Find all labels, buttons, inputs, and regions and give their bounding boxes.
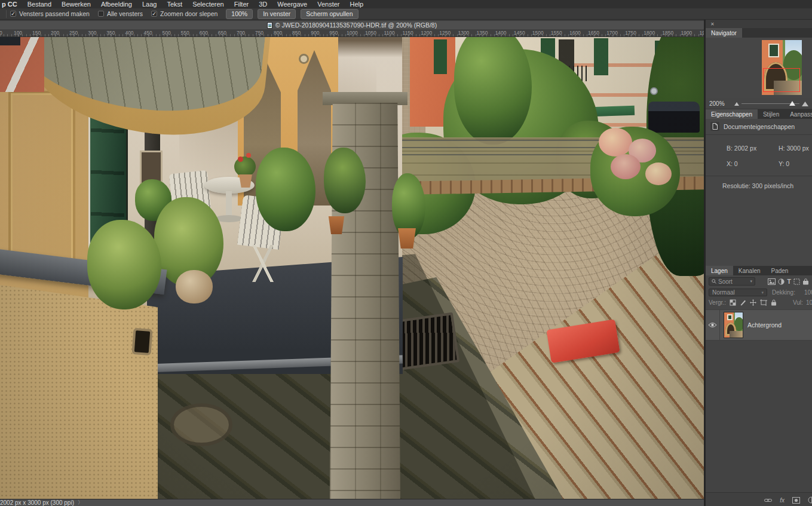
lock-transparency-icon[interactable] [730, 299, 736, 306]
layer-style-fx-icon[interactable]: fx [780, 497, 785, 504]
fill-value[interactable]: 100% [806, 299, 812, 306]
document-status-bar: 2002 px x 3000 px (300 ppi) 〉 [0, 499, 704, 506]
ruler-label-500: 500 [163, 30, 171, 36]
menu-item-tekst[interactable]: Tekst [167, 1, 182, 8]
option-checkbox-zoomen-door-slepen[interactable]: ✓Zoomen door slepen [151, 10, 217, 17]
document-title: © JWED-201809041135357090-HDR.tif @ 200%… [275, 22, 437, 29]
zoom-in-mountain-icon[interactable] [802, 101, 808, 106]
lock-artboard-icon[interactable] [760, 299, 767, 306]
blend-mode-value: Normaal [712, 289, 761, 296]
ruler-label-1950: 1950 [700, 30, 704, 36]
filter-adjustment-layers-icon[interactable] [778, 278, 785, 285]
panel-group-header: ✕ [706, 20, 812, 28]
navigator-tab-row: Navigator [706, 28, 812, 38]
opacity-value[interactable]: 100% [804, 289, 812, 296]
tab-stijlen[interactable]: Stijlen [758, 109, 785, 119]
layer-thumbnail[interactable] [724, 312, 743, 338]
ruler-label-1400: 1400 [495, 30, 507, 36]
lock-paint-brush-icon[interactable] [740, 299, 746, 306]
zoom-out-mountain-icon[interactable] [734, 102, 739, 106]
layer-name[interactable]: Achtergrond [747, 321, 782, 329]
ruler-label-1250: 1250 [439, 30, 451, 36]
ruler-label-650: 650 [218, 30, 226, 36]
menu-item-bewerken[interactable]: Bewerken [62, 1, 91, 8]
blend-mode-select[interactable]: Normaal ▾ [709, 289, 767, 296]
menu-item-p-cc[interactable]: p CC [2, 1, 17, 8]
ruler-label-700: 700 [237, 30, 245, 36]
tab-lagen[interactable]: Lagen [706, 266, 733, 275]
checkbox-checked[interactable]: ✓ [10, 11, 16, 17]
panel-close-icon[interactable]: ✕ [710, 22, 715, 27]
menu-item-selecteren[interactable]: Selecteren [192, 1, 224, 8]
chevron-down-icon: ▾ [761, 290, 764, 295]
navigator-view-rect[interactable] [763, 68, 800, 92]
option-button-scherm-opvullen[interactable]: Scherm opvullen [301, 9, 358, 19]
zoom-slider-thumb[interactable] [789, 101, 795, 106]
tab-paden[interactable]: Paden [766, 266, 794, 275]
layer-filter-row: Soort ▾ T [706, 275, 812, 287]
menu-item-weergave[interactable]: Weergave [277, 1, 307, 8]
menu-item-help[interactable]: Help [350, 1, 364, 8]
thumb-window [768, 44, 779, 57]
canvas-photo[interactable] [0, 37, 704, 499]
horizontal-ruler[interactable]: 5010015020025030035040045050055060065070… [0, 29, 704, 37]
document-title-bar[interactable]: © JWED-201809041135357090-HDR.tif @ 200%… [0, 21, 704, 29]
ruler-label-1650: 1650 [588, 30, 599, 36]
menu-item-3d[interactable]: 3D [259, 1, 267, 8]
navigator-zoom-field[interactable]: 200% [709, 100, 731, 107]
checkbox-checked[interactable]: ✓ [151, 11, 157, 17]
lock-all-icon[interactable] [771, 299, 777, 306]
ruler-label-350: 350 [106, 30, 115, 36]
panel-dock: ✕ Navigator 200% EigenschappenStijlenAan… [706, 20, 812, 506]
menu-item-bestand[interactable]: Bestand [27, 1, 51, 8]
navigator-panel [706, 38, 812, 98]
status-chevron-icon[interactable]: 〉 [78, 499, 83, 506]
option-checkbox-label: Zoomen door slepen [160, 10, 217, 17]
menu-item-venster[interactable]: Venster [317, 1, 339, 8]
ruler-label-900: 900 [311, 30, 319, 36]
blend-mode-row: Normaal ▾ Dekking: 100% [706, 287, 812, 298]
properties-field-row: X: 0Y: 0 [727, 160, 812, 167]
option-checkbox-alle-vensters[interactable]: Alle vensters [98, 10, 143, 17]
tab-eigenschappen[interactable]: Eigenschappen [706, 109, 758, 119]
layers-bottom-bar: fx [706, 492, 812, 506]
filter-shape-layers-icon[interactable] [793, 278, 800, 285]
filter-smart-objects-icon[interactable] [802, 278, 809, 285]
layer-row-achtergrond[interactable]: Achtergrond [706, 309, 812, 341]
option-button-in-venster[interactable]: In venster [258, 9, 296, 19]
layer-filter-select[interactable]: Soort ▾ [709, 277, 755, 286]
lock-label: Vergr.: [709, 299, 726, 306]
checkbox-unchecked[interactable] [98, 11, 104, 17]
add-layer-mask-icon[interactable] [792, 497, 800, 504]
filter-pixel-layers-icon[interactable] [768, 278, 776, 285]
eye-icon[interactable] [708, 322, 717, 328]
ruler-label-800: 800 [274, 30, 282, 36]
navigator-zoom-slider[interactable] [741, 103, 799, 104]
layer-visibility-cell[interactable] [706, 310, 720, 340]
ruler-label-450: 450 [144, 30, 152, 36]
ruler-label-850: 850 [292, 30, 301, 36]
filter-type-layers-icon[interactable]: T [787, 278, 791, 285]
tab-navigator[interactable]: Navigator [706, 28, 742, 38]
properties-field-row: B: 2002 pxH: 3000 px [727, 145, 812, 152]
document-thumbnail-icon [267, 22, 272, 29]
navigator-zoom-row: 200% [706, 98, 812, 109]
document-window: © JWED-201809041135357090-HDR.tif @ 200%… [0, 20, 704, 506]
menu-item-filter[interactable]: Filter [234, 1, 249, 8]
ruler-label-1000: 1000 [347, 30, 358, 36]
new-adjustment-layer-icon[interactable] [808, 496, 812, 504]
link-layers-icon[interactable] [764, 498, 772, 503]
option-checkbox-vensters-passend-maken[interactable]: ✓Vensters passend maken [10, 10, 90, 17]
menu-bar: p CCBestandBewerkenAfbeeldingLaagTekstSe… [0, 0, 812, 8]
tab-aanpassingen[interactable]: Aanpassingen [785, 109, 812, 119]
property-value: H: 3000 px [779, 145, 809, 152]
option-button-100[interactable]: 100% [226, 9, 253, 19]
options-bar: ✓Vensters passend makenAlle vensters✓Zoo… [0, 8, 812, 20]
menu-item-afbeelding[interactable]: Afbeelding [101, 1, 132, 8]
menu-item-laag[interactable]: Laag [142, 1, 157, 8]
navigator-thumbnail[interactable] [762, 40, 802, 95]
ruler-label-1050: 1050 [365, 30, 376, 36]
tab-kanalen[interactable]: Kanalen [733, 266, 766, 275]
properties-section-title: Documenteigenschappen [724, 123, 795, 130]
lock-position-icon[interactable] [750, 299, 756, 306]
